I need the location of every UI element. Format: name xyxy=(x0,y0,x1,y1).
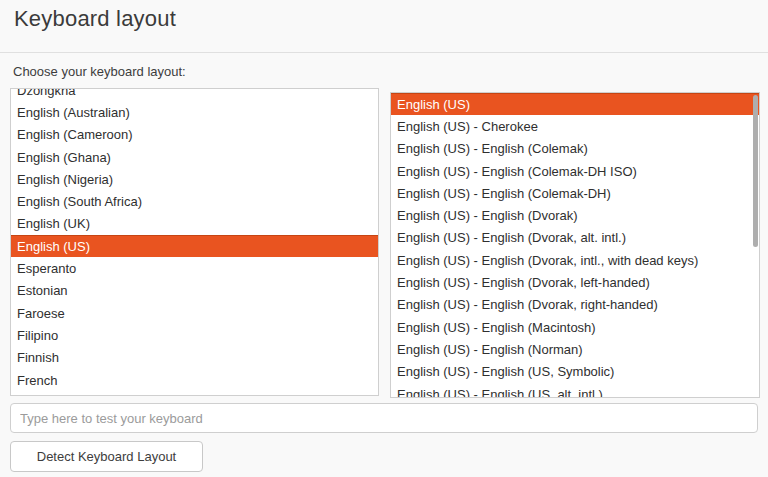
header-divider xyxy=(0,52,768,53)
list-item[interactable]: Filipino xyxy=(11,324,378,346)
list-item[interactable]: English (US) - English (Dvorak) xyxy=(391,204,759,226)
list-item[interactable]: English (US) - English (Dvorak, alt. int… xyxy=(391,227,759,249)
list-item[interactable]: French xyxy=(11,369,378,391)
detect-keyboard-layout-button[interactable]: Detect Keyboard Layout xyxy=(10,441,203,472)
list-item[interactable]: English (US) - English (Colemak-DH ISO) xyxy=(391,160,759,182)
list-item[interactable]: English (US) - English (US, alt. intl.) xyxy=(391,383,759,398)
list-item[interactable]: English (Australian) xyxy=(11,101,378,123)
choose-layout-label: Choose your keyboard layout: xyxy=(13,64,186,79)
list-item[interactable]: English (US) - English (Dvorak, left-han… xyxy=(391,271,759,293)
list-item[interactable]: Finnish xyxy=(11,347,378,369)
list-item[interactable]: English (US) - English (Dvorak, intl., w… xyxy=(391,249,759,271)
layout-list-content: DzongkhaEnglish (Australian)English (Cam… xyxy=(11,88,378,391)
list-item[interactable]: English (US) - English (Dvorak, right-ha… xyxy=(391,294,759,316)
list-item[interactable]: English (US) xyxy=(11,235,378,257)
list-item[interactable]: English (Cameroon) xyxy=(11,124,378,146)
list-item[interactable]: English (US) - Cherokee xyxy=(391,115,759,137)
keyboard-layout-page: Keyboard layout Choose your keyboard lay… xyxy=(0,0,768,477)
list-item[interactable]: Esperanto xyxy=(11,257,378,279)
list-item[interactable]: Dzongkha xyxy=(11,88,378,101)
list-item[interactable]: Estonian xyxy=(11,280,378,302)
list-item[interactable]: English (US) - English (Norman) xyxy=(391,338,759,360)
keyboard-test-input[interactable] xyxy=(10,403,758,433)
list-item[interactable]: English (South Africa) xyxy=(11,190,378,212)
scrollbar-thumb[interactable] xyxy=(753,95,758,247)
list-item[interactable]: English (Nigeria) xyxy=(11,168,378,190)
list-item[interactable]: English (US) - English (Macintosh) xyxy=(391,316,759,338)
list-item[interactable]: Faroese xyxy=(11,302,378,324)
list-item[interactable]: English (UK) xyxy=(11,213,378,235)
list-item[interactable]: English (US) - English (US, Symbolic) xyxy=(391,361,759,383)
layout-list[interactable]: DzongkhaEnglish (Australian)English (Cam… xyxy=(10,88,379,396)
list-item[interactable]: English (US) xyxy=(391,93,759,115)
variant-list[interactable]: English (US)English (US) - CherokeeEngli… xyxy=(390,92,760,398)
variant-list-content: English (US)English (US) - CherokeeEngli… xyxy=(391,93,759,398)
list-item[interactable]: English (US) - English (Colemak-DH) xyxy=(391,182,759,204)
list-item[interactable]: English (Ghana) xyxy=(11,146,378,168)
page-title: Keyboard layout xyxy=(14,6,176,32)
list-item[interactable]: English (US) - English (Colemak) xyxy=(391,138,759,160)
